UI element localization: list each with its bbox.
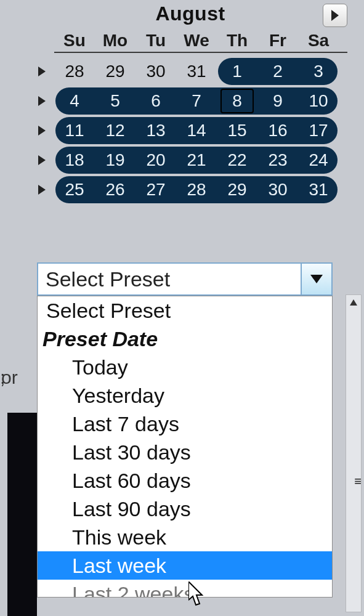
calendar-day[interactable]: 4 — [54, 86, 95, 116]
calendar: August SuMoTuWeThFrSa 282930311234567891… — [33, 2, 347, 205]
calendar-day[interactable]: 11 — [54, 116, 95, 145]
calendar-day[interactable]: 30 — [257, 175, 298, 205]
preset-option[interactable]: Last 7 days — [38, 410, 332, 438]
chevron-right-icon — [38, 185, 46, 195]
svg-marker-2 — [38, 96, 46, 106]
calendar-day[interactable]: 25 — [54, 175, 95, 205]
scroll-up-icon[interactable] — [346, 295, 361, 310]
calendar-day[interactable]: 7 — [176, 86, 217, 116]
calendar-day[interactable]: 29 — [95, 57, 135, 86]
calendar-dow: Tu — [135, 31, 176, 51]
label-or: or — [1, 367, 18, 388]
week-select-handle[interactable] — [33, 155, 51, 165]
calendar-day[interactable]: 23 — [257, 145, 298, 175]
svg-marker-6 — [310, 275, 323, 283]
calendar-week-row: 28293031123 — [33, 57, 347, 86]
calendar-days: 25262728293031 — [54, 175, 339, 205]
calendar-day[interactable]: 12 — [95, 116, 135, 145]
calendar-day[interactable]: 9 — [257, 86, 298, 116]
calendar-day[interactable]: 31 — [176, 57, 217, 86]
calendar-dow: Sa — [298, 31, 339, 51]
cursor-icon — [188, 582, 207, 606]
svg-marker-7 — [350, 299, 357, 306]
chevron-down-icon — [310, 275, 323, 283]
preset-select[interactable]: Select Preset Select PresetPreset DateTo… — [37, 262, 333, 296]
calendar-dow: Su — [54, 31, 95, 51]
calendar-day[interactable]: 26 — [95, 175, 135, 205]
calendar-week-row: 11121314151617 — [33, 116, 347, 145]
svg-marker-3 — [38, 126, 46, 136]
calendar-weeks: 2829303112345678910111213141516171819202… — [33, 57, 347, 205]
calendar-dow: Fr — [257, 31, 298, 51]
preset-options-list: Select PresetPreset DateTodayYesterdayLa… — [37, 296, 333, 598]
week-select-handle[interactable] — [33, 126, 51, 136]
calendar-day[interactable]: 1 — [217, 57, 257, 86]
calendar-day[interactable]: 24 — [298, 145, 339, 175]
calendar-dow: We — [176, 31, 217, 51]
calendar-day[interactable]: 28 — [176, 175, 217, 205]
calendar-day[interactable]: 8 — [217, 86, 257, 116]
preset-select-value: Select Preset — [38, 264, 301, 294]
calendar-days: 18192021222324 — [54, 145, 339, 175]
week-select-handle[interactable] — [33, 67, 51, 76]
calendar-day[interactable]: 15 — [217, 116, 257, 145]
preset-option[interactable]: This week — [38, 523, 332, 551]
calendar-day[interactable]: 14 — [176, 116, 217, 145]
svg-marker-0 — [331, 10, 339, 21]
calendar-day[interactable]: 10 — [298, 86, 339, 116]
calendar-day[interactable]: 5 — [95, 86, 135, 116]
calendar-days: 28293031123 — [54, 57, 339, 86]
svg-marker-5 — [38, 185, 46, 195]
scrollbar[interactable] — [346, 294, 362, 612]
calendar-dow: Mo — [95, 31, 135, 51]
calendar-day[interactable]: 27 — [135, 175, 176, 205]
preset-option[interactable]: Last 30 days — [38, 438, 332, 466]
preset-option-group: Preset Date — [38, 325, 332, 353]
preset-option[interactable]: Select Preset — [38, 296, 332, 325]
chevron-right-icon — [38, 155, 46, 165]
calendar-day[interactable]: 31 — [298, 175, 339, 205]
calendar-day[interactable]: 16 — [257, 116, 298, 145]
preset-option[interactable]: Yesterday — [38, 381, 332, 410]
calendar-day[interactable]: 19 — [95, 145, 135, 175]
chevron-right-icon — [38, 126, 46, 136]
calendar-week-row: 25262728293031 — [33, 175, 347, 205]
calendar-title: August — [33, 2, 347, 25]
calendar-day[interactable]: 21 — [176, 145, 217, 175]
calendar-day[interactable]: 22 — [217, 145, 257, 175]
svg-marker-4 — [38, 155, 46, 165]
calendar-day[interactable]: 17 — [298, 116, 339, 145]
svg-marker-1 — [38, 67, 46, 76]
calendar-dow: Th — [217, 31, 257, 51]
calendar-day[interactable]: 13 — [135, 116, 176, 145]
background-panel — [7, 413, 37, 616]
preset-select-arrow[interactable] — [301, 264, 331, 294]
chevron-right-icon — [38, 67, 46, 76]
calendar-day[interactable]: 29 — [217, 175, 257, 205]
week-select-handle[interactable] — [33, 96, 51, 106]
preset-select-box[interactable]: Select Preset — [37, 262, 333, 296]
svg-marker-8 — [188, 582, 202, 605]
calendar-day[interactable]: 28 — [54, 57, 95, 86]
scrollbar-grip-icon[interactable]: ≡ — [354, 474, 362, 488]
preset-option[interactable]: Last 60 days — [38, 466, 332, 495]
calendar-day[interactable]: 18 — [54, 145, 95, 175]
chevron-right-icon — [38, 96, 46, 106]
calendar-days: 11121314151617 — [54, 116, 339, 145]
week-select-handle[interactable] — [33, 185, 51, 195]
calendar-week-row: 45678910 — [33, 86, 347, 116]
preset-option[interactable]: Last week — [38, 551, 332, 580]
calendar-day[interactable]: 30 — [135, 57, 176, 86]
today-marker — [220, 89, 254, 113]
preset-option[interactable]: Last 2 weeks — [38, 580, 332, 597]
calendar-days: 45678910 — [54, 86, 339, 116]
calendar-day[interactable]: 2 — [257, 57, 298, 86]
calendar-day[interactable]: 6 — [135, 86, 176, 116]
calendar-day[interactable]: 20 — [135, 145, 176, 175]
preset-option[interactable]: Last 90 days — [38, 495, 332, 523]
next-month-button[interactable] — [323, 4, 347, 27]
preset-option[interactable]: Today — [38, 353, 332, 381]
chevron-right-icon — [330, 10, 340, 21]
calendar-week-row: 18192021222324 — [33, 145, 347, 175]
calendar-day[interactable]: 3 — [298, 57, 339, 86]
